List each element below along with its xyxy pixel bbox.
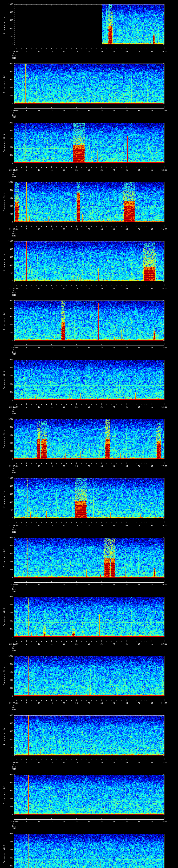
x-tick-label: 15 [48,169,55,171]
spectrogram-stack: Frequency (Hz)02004006008001000510152025… [0,0,178,868]
x-tick-label: 50 [136,584,143,586]
x-tick-label: 30 [86,584,93,586]
x-tick-label: 10 [35,347,42,349]
y-axis-title: Frequency (Hz) [3,371,5,389]
date-line: Dec [7,174,21,176]
x-start-time-label: 22:20:00 [3,702,24,704]
date-line: 2016 [7,57,21,59]
y-tick-label: 200 [5,272,13,275]
x-end-time-label: 20:00 [159,643,170,645]
spectrogram-panel-22-11-00: Frequency (Hz)02004006008001000510152025… [0,119,178,178]
x-tick-label: 20 [60,584,67,586]
x-start-time-label: 22:13:00 [3,287,24,289]
x-tick-label: 45 [123,406,130,408]
y-tick-label: 0 [5,221,13,223]
x-tick-label: 25 [73,465,80,467]
y-tick-label: 0 [5,517,13,519]
plot-top-border [14,419,164,420]
x-tick-label: 20 [60,110,67,112]
x-tick-label: 45 [123,228,130,230]
y-axis-title: Frequency (Hz) [3,549,5,567]
spectrogram-panel-22-15-00: Frequency (Hz)02004006008001000510152025… [0,355,178,415]
x-start-time-label: 22:22:00 [3,821,24,823]
x-start-time-label: 22:14:00 [3,347,24,349]
plot-top-border [14,123,164,124]
x-tick-label: 25 [73,228,80,230]
y-tick-label: 0 [5,636,13,638]
y-tick-label: 800 [5,426,13,428]
x-tick-label: 10 [35,702,42,704]
date-line: 6 [7,705,21,707]
axis-lines [14,419,165,464]
axis-lines [14,64,165,108]
x-tick-label: 55 [148,110,155,112]
date-line: 6 [7,172,21,174]
x-tick-label: 50 [136,228,143,230]
y-tick-label: 0 [5,280,13,282]
axis-lines [14,478,165,523]
x-tick-label: 55 [148,228,155,230]
x-tick-label: 50 [136,110,143,112]
x-tick-label: 20 [60,762,67,764]
x-tick-label: 35 [98,287,105,289]
spectrogram-panel-22-21-00: Frequency (Hz)02004006008001000510152025… [0,711,178,770]
x-tick-label: 25 [73,524,80,527]
x-end-time-label: 14:00 [159,287,170,289]
y-tick-label: 0 [5,458,13,460]
y-axis-title: Frequency (Hz) [3,74,5,93]
x-end-time-label: 21:00 [159,702,170,704]
plot-top-border [14,834,164,835]
x-tick-label: 45 [123,169,130,171]
y-tick-label: 0 [5,695,13,697]
x-tick-label: 30 [86,702,93,704]
plot-top-border [14,242,164,243]
y-tick-label: 0 [5,102,13,105]
date-line: Dec [7,55,21,57]
x-tick-label: 30 [86,110,93,112]
y-tick-label: 1000 [5,122,13,124]
x-tick-label: 20 [60,524,67,527]
x-tick-label: 35 [98,643,105,645]
x-end-time-label: 15:00 [159,347,170,349]
x-tick-label: 15 [48,643,55,645]
axis-lines [14,775,165,819]
y-tick-label: 800 [5,70,13,72]
y-tick-label: 600 [5,19,13,21]
date-line: 6 [7,290,21,292]
x-tick-label: 35 [98,347,105,349]
axis-lines [14,538,165,583]
y-tick-label: 800 [5,663,13,665]
y-tick-label: 800 [5,604,13,606]
y-tick-label: 600 [5,138,13,140]
x-tick-label: 25 [73,406,80,408]
y-tick-label: 0 [5,814,13,816]
x-tick-label: 15 [48,406,55,408]
x-tick-label: 20 [60,643,67,645]
x-end-time-label: 23:00 [159,821,170,823]
x-tick-label: 10 [35,762,42,764]
date-line: 2016 [7,827,21,830]
x-start-time-label: 22:12:00 [3,228,24,230]
y-tick-label: 200 [5,806,13,808]
x-tick-label: 50 [136,821,143,823]
y-tick-label: 400 [5,383,13,385]
y-axis-title: Frequency (Hz) [3,608,5,626]
date-line: 2016 [7,472,21,474]
x-tick-label: 50 [136,524,143,527]
y-tick-label: 1000 [5,300,13,302]
y-tick-label: 400 [5,857,13,859]
x-tick-label: 50 [136,643,143,645]
axis-lines [14,597,165,642]
x-tick-label: 50 [136,287,143,289]
y-tick-label: 800 [5,189,13,191]
x-tick-label: 55 [148,702,155,704]
spectrogram-panel-22-20-00: Frequency (Hz)02004006008001000510152025… [0,652,178,711]
x-end-time-label: 17:00 [159,465,170,467]
x-tick-label: 55 [148,643,155,645]
spectrogram-panel-22-14-00: Frequency (Hz)02004006008001000510152025… [0,296,178,355]
date-line: 6 [7,764,21,766]
date-line: 6 [7,53,21,55]
plot-top-border [14,64,164,65]
y-axis-title: Frequency (Hz) [3,311,5,330]
date-line: 2016 [7,294,21,296]
